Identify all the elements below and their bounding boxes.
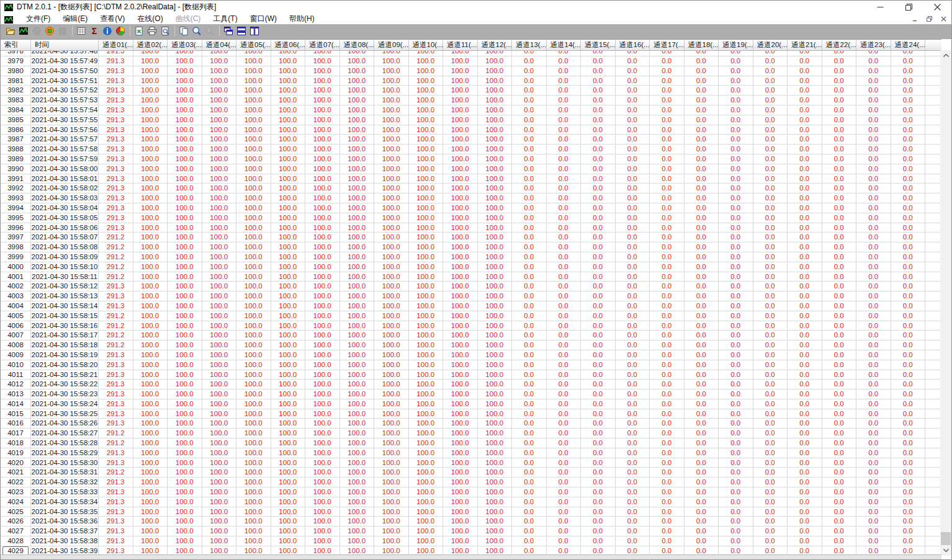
channel-value-cell[interactable]: 100.0 (409, 487, 444, 497)
open-file-icon[interactable] (4, 25, 17, 37)
channel-value-cell[interactable]: 100.0 (443, 507, 478, 517)
column-header[interactable]: 通道07(... (305, 40, 340, 51)
menu-在线[interactable]: 在线(O) (131, 14, 169, 24)
channel-value-cell[interactable]: 100.0 (340, 105, 375, 115)
channel-value-cell[interactable]: 0.0 (719, 301, 753, 311)
channel-value-cell[interactable]: 0.0 (685, 448, 719, 458)
channel-value-cell[interactable]: 0.0 (753, 105, 788, 115)
channel-value-cell[interactable]: 100.0 (409, 291, 444, 301)
channel-value-cell[interactable]: 100.0 (443, 380, 478, 389)
channel-value-cell[interactable]: 0.0 (891, 56, 926, 66)
channel-value-cell[interactable]: 0.0 (822, 282, 857, 291)
channel-value-cell[interactable]: 0.0 (719, 252, 753, 262)
channel-value-cell[interactable]: 0.0 (788, 468, 822, 478)
channel-value-cell[interactable]: 0.0 (822, 76, 857, 86)
channel-value-cell[interactable]: 0.0 (856, 419, 891, 429)
index-cell[interactable]: 4027 (1, 527, 31, 536)
channel-value-cell[interactable]: 0.0 (547, 213, 582, 223)
channel-value-cell[interactable]: 0.0 (822, 507, 857, 517)
column-header[interactable]: 通道03(... (168, 40, 202, 51)
channel-value-cell[interactable]: 100.0 (236, 311, 271, 321)
channel-value-cell[interactable]: 0.0 (891, 86, 926, 96)
channel-value-cell[interactable]: 100.0 (374, 105, 409, 115)
mdi-restore-button[interactable] (924, 14, 935, 24)
channel-value-cell[interactable]: 100.0 (443, 321, 478, 331)
channel-value-cell[interactable]: 100.0 (305, 507, 340, 517)
channel-value-cell[interactable]: 100.0 (305, 164, 340, 174)
channel-value-cell[interactable]: 291.3 (99, 458, 133, 468)
channel-value-cell[interactable]: 100.0 (271, 360, 306, 370)
channel-value-cell[interactable]: 291.2 (99, 331, 133, 340)
channel-value-cell[interactable]: 0.0 (581, 242, 616, 252)
channel-value-cell[interactable]: 0.0 (685, 360, 719, 370)
channel-value-cell[interactable]: 100.0 (168, 76, 202, 86)
channel-value-cell[interactable]: 100.0 (340, 154, 375, 164)
channel-value-cell[interactable]: 100.0 (202, 409, 237, 419)
channel-value-cell[interactable]: 100.0 (478, 193, 513, 203)
channel-value-cell[interactable]: 100.0 (133, 262, 168, 272)
channel-value-cell[interactable]: 0.0 (788, 125, 822, 135)
channel-value-cell[interactable]: 100.0 (478, 252, 513, 262)
channel-value-cell[interactable]: 100.0 (305, 272, 340, 282)
channel-value-cell[interactable]: 100.0 (374, 66, 409, 76)
channel-value-cell[interactable]: 100.0 (202, 360, 237, 370)
channel-value-cell[interactable]: 0.0 (719, 154, 753, 164)
index-cell[interactable]: 3991 (1, 174, 31, 184)
time-cell[interactable]: 2021-04-30 15:58:15 (31, 311, 99, 321)
channel-value-cell[interactable]: 0.0 (650, 66, 685, 76)
channel-value-cell[interactable]: 0.0 (719, 223, 753, 233)
channel-value-cell[interactable]: 0.0 (788, 360, 822, 370)
tile-horizontal-icon[interactable] (235, 25, 248, 37)
channel-value-cell[interactable]: 100.0 (478, 517, 513, 527)
channel-value-cell[interactable]: 0.0 (856, 399, 891, 409)
index-cell[interactable]: 4007 (1, 331, 31, 340)
channel-value-cell[interactable]: 0.0 (856, 213, 891, 223)
channel-value-cell[interactable]: 0.0 (822, 468, 857, 478)
channel-value-cell[interactable]: 100.0 (409, 213, 444, 223)
channel-value-cell[interactable]: 291.2 (99, 321, 133, 331)
channel-value-cell[interactable]: 100.0 (409, 370, 444, 380)
time-cell[interactable]: 2021-04-30 15:57:59 (31, 154, 99, 164)
channel-value-cell[interactable]: 100.0 (133, 438, 168, 448)
channel-value-cell[interactable]: 0.0 (822, 164, 857, 174)
channel-value-cell[interactable]: 100.0 (340, 252, 375, 262)
index-cell[interactable]: 3980 (1, 66, 31, 76)
channel-value-cell[interactable]: 291.3 (99, 174, 133, 184)
channel-value-cell[interactable]: 100.0 (133, 242, 168, 252)
channel-value-cell[interactable]: 100.0 (340, 125, 375, 135)
channel-value-cell[interactable]: 0.0 (547, 115, 582, 125)
channel-value-cell[interactable]: 100.0 (168, 389, 202, 399)
channel-value-cell[interactable]: 0.0 (650, 448, 685, 458)
channel-value-cell[interactable]: 0.0 (753, 340, 788, 350)
channel-value-cell[interactable]: 0.0 (685, 517, 719, 527)
channel-value-cell[interactable]: 0.0 (719, 399, 753, 409)
channel-value-cell[interactable]: 0.0 (856, 536, 891, 546)
channel-value-cell[interactable]: 0.0 (856, 360, 891, 370)
channel-value-cell[interactable]: 0.0 (685, 105, 719, 115)
channel-value-cell[interactable]: 100.0 (305, 399, 340, 409)
time-cell[interactable]: 2021-04-30 15:57:58 (31, 144, 99, 154)
channel-value-cell[interactable]: 0.0 (822, 203, 857, 213)
channel-value-cell[interactable]: 100.0 (478, 115, 513, 125)
channel-value-cell[interactable]: 0.0 (650, 399, 685, 409)
channel-value-cell[interactable]: 100.0 (236, 458, 271, 468)
channel-value-cell[interactable]: 100.0 (305, 174, 340, 184)
channel-value-cell[interactable]: 0.0 (616, 223, 650, 233)
channel-value-cell[interactable]: 0.0 (822, 154, 857, 164)
channel-value-cell[interactable]: 100.0 (374, 331, 409, 340)
channel-value-cell[interactable]: 100.0 (340, 282, 375, 291)
channel-value-cell[interactable]: 0.0 (650, 301, 685, 311)
channel-value-cell[interactable]: 0.0 (753, 115, 788, 125)
channel-value-cell[interactable]: 100.0 (443, 223, 478, 233)
channel-value-cell[interactable]: 0.0 (753, 409, 788, 419)
channel-value-cell[interactable]: 100.0 (340, 184, 375, 193)
channel-value-cell[interactable]: 0.0 (685, 213, 719, 223)
channel-value-cell[interactable]: 0.0 (581, 105, 616, 115)
channel-value-cell[interactable]: 291.3 (99, 497, 133, 507)
channel-value-cell[interactable]: 100.0 (168, 115, 202, 125)
channel-value-cell[interactable]: 0.0 (616, 536, 650, 546)
time-cell[interactable]: 2021-04-30 15:57:50 (31, 66, 99, 76)
channel-value-cell[interactable]: 0.0 (650, 51, 685, 56)
channel-value-cell[interactable]: 0.0 (650, 203, 685, 213)
channel-value-cell[interactable]: 0.0 (685, 164, 719, 174)
